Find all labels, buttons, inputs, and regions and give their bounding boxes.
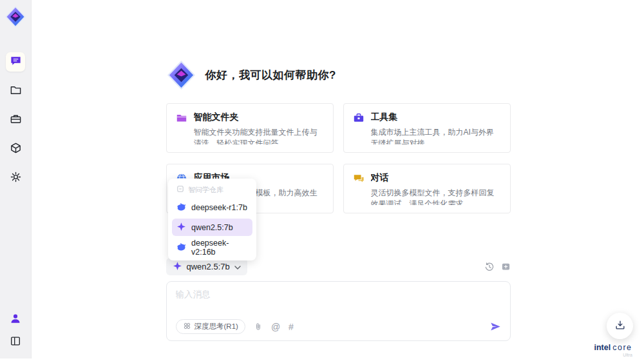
qwen-icon [176,222,186,233]
card-description: 智能文件夹功能支持批量文件上传与清洗，轻松实现文件问答 [194,127,324,144]
model-option-deepseek-r1[interactable]: deepseek-r1:7b [172,199,252,216]
chat-icon [10,55,22,70]
sidebar-item-folders[interactable] [6,81,25,101]
model-dropdown: 智问学仓库 deepseek-r1:7b qwen2.5:7b deepseek… [168,179,256,260]
greeting: 你好，我可以如何帮助你? [166,0,511,90]
sidebar-item-account[interactable] [6,311,24,328]
model-dropdown-header: 智问学仓库 [172,183,252,196]
repository-icon [176,185,184,194]
toolbox-icon [10,113,22,128]
atom-icon [183,322,191,331]
sidebar-item-chat[interactable] [6,52,25,72]
card-dialogue[interactable]: 对话 灵活切换多模型文件，支持多样回复效果调试，满足个性化需求 [343,164,511,213]
sidebar-item-toolbox[interactable] [6,110,25,130]
cube-icon [10,142,22,157]
deepseek-icon [176,242,186,253]
deepseek-icon [176,202,186,213]
attachment-icon[interactable] [254,322,263,331]
deep-think-toggle[interactable]: 深度思考(R1) [176,319,245,334]
sidebar-bottom [6,311,24,351]
sidebar-item-apps[interactable] [6,139,25,159]
download-icon [614,319,626,333]
model-selector[interactable]: qwen2.5:7b [166,258,247,275]
mention-icon[interactable]: @ [271,322,280,331]
send-icon[interactable] [490,321,501,332]
chat-input-box: 深度思考(R1) @ # [166,281,511,341]
chevron-down-icon [234,262,241,271]
message-input[interactable] [176,289,501,319]
app-logo-icon [5,6,26,28]
card-title: 智能文件夹 [194,112,324,123]
model-selector-row: qwen2.5:7b [166,258,511,275]
sidebar-item-collapse[interactable] [6,334,24,351]
card-toolset[interactable]: 工具集 集成市场上主流工具，助力AI与外界无缝扩展与对接 [343,103,511,153]
model-selector-label: qwen2.5:7b [187,262,230,271]
model-dropdown-header-label: 智问学仓库 [188,185,223,195]
model-option-deepseek-v2[interactable]: deepseek-v2:16b [172,239,252,256]
app-logo-icon [166,60,196,90]
history-icon[interactable] [484,262,495,272]
intel-core-badge: intel core Ultra [590,343,636,357]
chat-bubbles-icon [353,172,365,205]
card-description: 集成市场上主流工具，助力AI与外界无缝扩展与对接 [371,127,501,144]
card-smart-folder[interactable]: 智能文件夹 智能文件夹功能支持批量文件上传与清洗，轻松实现文件问答 [166,103,334,153]
model-option-label: deepseek-r1:7b [191,203,247,212]
hash-icon[interactable]: # [289,322,294,331]
sidebar-item-settings[interactable] [6,168,25,188]
download-button[interactable] [607,313,633,339]
card-title: 对话 [371,172,501,184]
panel-icon [10,335,21,349]
greeting-title: 你好，我可以如何帮助你? [205,68,336,83]
folder-icon [10,84,22,99]
model-option-label: deepseek-v2:16b [191,239,248,257]
card-description: 灵活切换多模型文件，支持多样回复效果调试，满足个性化需求 [371,188,501,205]
smart-folder-icon [176,112,187,144]
user-icon [10,313,21,327]
model-option-qwen[interactable]: qwen2.5:7b [172,219,252,236]
qwen-icon [173,261,182,273]
new-chat-icon[interactable] [501,262,511,271]
deep-think-label: 深度思考(R1) [194,322,238,331]
main-area: 你好，我可以如何帮助你? 智能文件夹 智能文件夹功能支持批量文件上传与清洗，轻松… [32,0,644,363]
sidebar [0,0,32,358]
model-option-label: qwen2.5:7b [191,223,233,232]
card-title: 工具集 [371,112,501,123]
core-logo-text: core [612,343,632,352]
ultra-badge-text: Ultra [590,353,636,357]
intel-logo-text: intel [594,343,611,352]
settings-icon [10,171,22,186]
sidebar-nav [6,52,25,188]
briefcase-icon [353,112,365,144]
chat-actions [484,262,511,272]
input-toolbar: 深度思考(R1) @ # [176,319,501,334]
